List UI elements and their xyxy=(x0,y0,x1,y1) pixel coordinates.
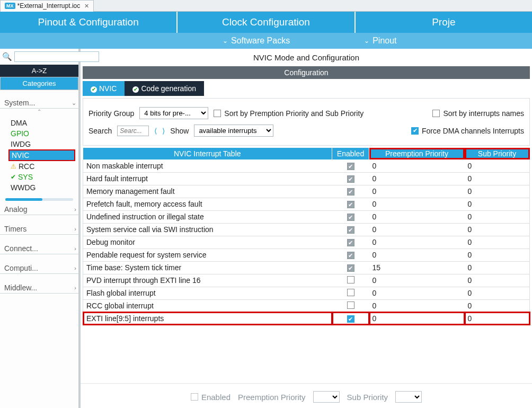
cell-preemption[interactable]: 0 xyxy=(369,312,465,325)
cell-preemption[interactable]: 0 xyxy=(369,249,465,261)
footer-sub-select[interactable] xyxy=(395,391,422,403)
col-name[interactable]: NVIC Interrupt Table xyxy=(83,148,332,159)
cell-preemption[interactable]: 0 xyxy=(369,210,465,223)
table-row[interactable]: Pendable request for system service✔00 xyxy=(83,249,530,261)
tab-project[interactable]: Proje xyxy=(356,12,532,33)
group-middleware[interactable]: Middlew... › xyxy=(0,280,78,294)
sidebar-item-dma[interactable]: DMA xyxy=(11,118,78,128)
sidebar-item-nvic[interactable]: NVIC xyxy=(8,149,75,161)
sort-names-checkbox[interactable]: Sort by interrupts names xyxy=(432,109,524,118)
sidebar-item-gpio[interactable]: GPIO xyxy=(11,128,78,139)
cell-sub[interactable]: 0 xyxy=(465,159,530,172)
cell-enabled[interactable]: ✔ xyxy=(332,159,369,172)
cell-enabled[interactable]: ✔ xyxy=(332,236,369,249)
software-packs-menu[interactable]: ⌄ Software Packs xyxy=(223,33,290,49)
cell-enabled[interactable] xyxy=(332,287,369,299)
cell-preemption[interactable]: 0 xyxy=(369,223,465,236)
priority-group-select[interactable]: 4 bits for pre-... xyxy=(139,107,208,119)
cell-sub[interactable]: 0 xyxy=(465,198,530,210)
cell-enabled[interactable]: ✔ xyxy=(332,312,369,325)
cell-preemption[interactable]: 0 xyxy=(369,299,465,312)
table-row[interactable]: Time base: System tick timer✔150 xyxy=(83,261,530,274)
cell-sub[interactable]: 0 xyxy=(465,312,530,325)
table-row[interactable]: Hard fault interrupt✔00 xyxy=(83,172,530,185)
search-prev-icon[interactable]: ⟨ xyxy=(154,127,157,135)
table-row[interactable]: Undefined instruction or illegal state✔0… xyxy=(83,210,530,223)
cell-sub[interactable]: 0 xyxy=(465,249,530,261)
checkbox-icon[interactable]: ✔ xyxy=(347,264,354,272)
checkbox-icon[interactable]: ✔ xyxy=(347,175,354,183)
cell-preemption[interactable]: 15 xyxy=(369,261,465,274)
show-select[interactable]: available interrupts xyxy=(194,125,273,137)
table-row[interactable]: Prefetch fault, memory access fault✔00 xyxy=(83,198,530,210)
table-row[interactable]: Debug monitor✔00 xyxy=(83,236,530,249)
table-row[interactable]: PVD interrupt through EXTI line 1600 xyxy=(83,274,530,287)
cell-sub[interactable]: 0 xyxy=(465,261,530,274)
cell-enabled[interactable] xyxy=(332,274,369,287)
col-preemption[interactable]: Preemption Priority xyxy=(369,148,465,159)
sidebar-scrollbar[interactable] xyxy=(5,198,73,201)
tab-nvic[interactable]: ✔NVIC xyxy=(83,81,125,96)
cell-sub[interactable]: 0 xyxy=(465,299,530,312)
cell-preemption[interactable]: 0 xyxy=(369,236,465,249)
close-icon[interactable]: ✕ xyxy=(84,3,89,10)
force-dma-checkbox[interactable]: ✔Force DMA channels Interrupts xyxy=(411,127,524,135)
search-icon[interactable]: 🔍 xyxy=(2,52,12,61)
cell-enabled[interactable]: ✔ xyxy=(332,249,369,261)
cell-enabled[interactable] xyxy=(332,299,369,312)
cell-preemption[interactable]: 0 xyxy=(369,185,465,198)
checkbox-icon[interactable]: ✔ xyxy=(347,201,354,208)
cell-sub[interactable]: 0 xyxy=(465,185,530,198)
cell-enabled[interactable]: ✔ xyxy=(332,198,369,210)
cell-sub[interactable]: 0 xyxy=(465,210,530,223)
col-sub[interactable]: Sub Priority xyxy=(465,148,530,159)
sidebar-item-rcc[interactable]: ⚠RCC xyxy=(11,161,78,172)
cell-preemption[interactable]: 0 xyxy=(369,274,465,287)
cell-enabled[interactable]: ✔ xyxy=(332,185,369,198)
tab-codegen[interactable]: ✔Code generation xyxy=(125,81,204,96)
tab-clock[interactable]: Clock Configuration xyxy=(178,12,355,33)
group-computing[interactable]: Computi... › xyxy=(0,261,78,274)
checkbox-icon[interactable]: ✔ xyxy=(347,239,354,246)
table-row[interactable]: RCC global interrupt00 xyxy=(83,299,530,312)
group-connect[interactable]: Connect... › xyxy=(0,241,78,254)
cell-preemption[interactable]: 0 xyxy=(369,172,465,185)
categories-button[interactable]: Categories xyxy=(0,77,78,90)
checkbox-icon[interactable]: ✔ xyxy=(347,188,354,196)
group-timers[interactable]: Timers › xyxy=(0,221,78,235)
checkbox-icon[interactable] xyxy=(347,301,354,309)
table-row[interactable]: Memory management fault✔00 xyxy=(83,185,530,198)
table-row[interactable]: EXTI line[9:5] interrupts✔00 xyxy=(83,312,530,325)
checkbox-icon[interactable]: ✔ xyxy=(347,226,354,234)
cell-sub[interactable]: 0 xyxy=(465,274,530,287)
footer-enabled-checkbox[interactable]: Enabled xyxy=(191,393,230,402)
sidebar-item-iwdg[interactable]: IWDG xyxy=(11,139,78,149)
group-analog[interactable]: Analog › xyxy=(0,202,78,215)
checkbox-icon[interactable]: ✔ xyxy=(347,252,354,259)
sort-az-button[interactable]: A->Z xyxy=(0,65,78,77)
cell-enabled[interactable]: ✔ xyxy=(332,210,369,223)
pinout-menu[interactable]: ⌄ Pinout xyxy=(364,33,396,49)
sidebar-item-sys[interactable]: ✔SYS xyxy=(11,172,78,182)
checkbox-icon[interactable]: ✔ xyxy=(347,163,354,170)
cell-enabled[interactable]: ✔ xyxy=(332,172,369,185)
sidebar-item-wwdg[interactable]: WWDG xyxy=(11,182,78,193)
table-row[interactable]: Non maskable interrupt✔00 xyxy=(83,159,530,172)
footer-preemption-select[interactable] xyxy=(313,391,340,403)
file-tab[interactable]: MX *External_Interrupt.ioc ✕ xyxy=(0,0,94,12)
cell-preemption[interactable]: 0 xyxy=(369,287,465,299)
cell-sub[interactable]: 0 xyxy=(465,172,530,185)
cell-sub[interactable]: 0 xyxy=(465,287,530,299)
search-input[interactable] xyxy=(117,126,149,136)
checkbox-icon[interactable]: ✔ xyxy=(347,214,354,221)
checkbox-icon[interactable] xyxy=(347,289,354,296)
table-row[interactable]: System service call via SWI instruction✔… xyxy=(83,223,530,236)
col-enabled[interactable]: Enabled xyxy=(332,148,369,159)
tab-pinout[interactable]: Pinout & Configuration xyxy=(0,12,178,33)
sort-priority-checkbox[interactable]: Sort by Premption Priority and Sub Prior… xyxy=(214,109,363,118)
group-system[interactable]: System... ⌄ xyxy=(0,95,78,109)
checkbox-icon[interactable]: ✔ xyxy=(347,315,354,323)
cell-sub[interactable]: 0 xyxy=(465,223,530,236)
cell-preemption[interactable]: 0 xyxy=(369,159,465,172)
search-next-icon[interactable]: ⟩ xyxy=(162,127,165,135)
